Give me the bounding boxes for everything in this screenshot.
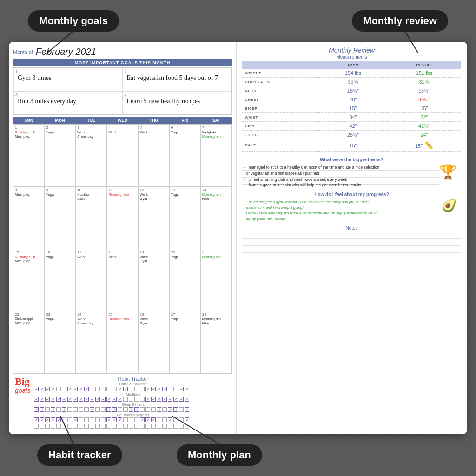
habit-check[interactable] <box>162 417 167 422</box>
habit-check[interactable]: ✓ <box>106 407 111 412</box>
habit-check[interactable]: ✓ <box>56 417 61 422</box>
habit-check[interactable]: ✓ <box>79 397 83 402</box>
habit-check[interactable] <box>56 424 61 429</box>
habit-check[interactable] <box>151 424 156 429</box>
habit-check[interactable] <box>84 417 89 422</box>
habit-check[interactable] <box>129 397 133 402</box>
habit-check[interactable]: ✓ <box>40 417 44 422</box>
habit-check[interactable] <box>79 417 83 422</box>
habit-check[interactable] <box>62 417 66 422</box>
habit-check[interactable]: ✓ <box>162 397 167 402</box>
habit-check[interactable]: ✓ <box>62 397 66 402</box>
habit-check[interactable]: ✓ <box>134 407 139 412</box>
habit-check[interactable]: ✓ <box>168 417 172 422</box>
habit-check[interactable]: ✓ <box>106 417 111 422</box>
habit-check[interactable] <box>95 417 100 422</box>
habit-check[interactable]: ✓ <box>40 397 44 402</box>
habit-check[interactable]: ✓ <box>118 397 122 402</box>
habit-check[interactable] <box>112 387 117 391</box>
habit-check[interactable]: ✓ <box>84 397 89 402</box>
habit-check[interactable] <box>157 417 161 422</box>
habit-check[interactable]: ✓ <box>45 387 50 391</box>
habit-check[interactable] <box>79 407 83 412</box>
habit-check[interactable]: ✓ <box>90 397 94 402</box>
habit-check[interactable] <box>90 424 94 429</box>
habit-check[interactable] <box>140 397 145 402</box>
habit-check[interactable] <box>129 387 133 391</box>
habit-check[interactable] <box>118 407 122 412</box>
habit-check[interactable]: ✓ <box>101 397 106 402</box>
habit-check[interactable] <box>173 387 178 391</box>
habit-check[interactable] <box>185 424 189 429</box>
habit-check[interactable]: ✓ <box>173 407 178 412</box>
habit-check[interactable]: ✓ <box>112 397 117 402</box>
habit-check[interactable]: ✓ <box>51 387 55 391</box>
habit-check[interactable]: ✓ <box>162 387 167 391</box>
habit-check[interactable] <box>101 407 106 412</box>
habit-check[interactable]: ✓ <box>51 417 55 422</box>
habit-check[interactable] <box>62 424 66 429</box>
habit-check[interactable]: ✓ <box>145 387 150 391</box>
habit-check[interactable] <box>179 407 184 412</box>
habit-check[interactable] <box>73 407 78 412</box>
habit-check[interactable]: ✓ <box>185 387 189 391</box>
habit-check[interactable] <box>145 424 150 429</box>
habit-check[interactable] <box>118 424 122 429</box>
habit-check[interactable]: ✓ <box>45 397 50 402</box>
habit-check[interactable] <box>51 424 55 429</box>
habit-check[interactable]: ✓ <box>145 397 150 402</box>
habit-check[interactable]: ✓ <box>118 387 122 391</box>
habit-check[interactable]: ✓ <box>185 407 189 412</box>
habit-check[interactable] <box>84 407 89 412</box>
habit-check[interactable] <box>106 424 111 429</box>
habit-check[interactable]: ✓ <box>34 417 39 422</box>
habit-check[interactable]: ✓ <box>185 417 189 422</box>
habit-check[interactable] <box>62 387 66 391</box>
habit-check[interactable]: ✓ <box>67 387 72 391</box>
habit-check[interactable]: ✓ <box>129 407 133 412</box>
habit-check[interactable] <box>79 424 83 429</box>
habit-check[interactable]: ✓ <box>157 397 161 402</box>
habit-check[interactable] <box>123 397 128 402</box>
habit-check[interactable] <box>162 407 167 412</box>
habit-check[interactable]: ✓ <box>151 387 156 391</box>
habit-check[interactable] <box>56 387 61 391</box>
habit-check[interactable] <box>106 387 111 391</box>
habit-check[interactable]: ✓ <box>51 407 55 412</box>
habit-check[interactable]: ✓ <box>157 407 161 412</box>
habit-check[interactable] <box>84 424 89 429</box>
habit-check[interactable]: ✓ <box>34 387 39 391</box>
habit-check[interactable]: ✓ <box>168 407 172 412</box>
habit-check[interactable]: ✓ <box>185 397 189 402</box>
habit-check[interactable]: ✓ <box>173 397 178 402</box>
habit-check[interactable]: ✓ <box>79 387 83 391</box>
habit-check[interactable]: ✓ <box>73 387 78 391</box>
habit-check[interactable] <box>45 407 50 412</box>
habit-check[interactable]: ✓ <box>179 387 184 391</box>
habit-check[interactable]: ✓ <box>34 407 39 412</box>
habit-check[interactable]: ✓ <box>40 387 44 391</box>
habit-check[interactable] <box>101 424 106 429</box>
habit-check[interactable]: ✓ <box>145 417 150 422</box>
habit-check[interactable] <box>151 407 156 412</box>
habit-check[interactable] <box>134 387 139 391</box>
habit-check[interactable] <box>112 424 117 429</box>
habit-check[interactable]: ✓ <box>84 387 89 391</box>
habit-check[interactable] <box>179 417 184 422</box>
habit-check[interactable] <box>140 387 145 391</box>
habit-check[interactable]: ✓ <box>62 407 66 412</box>
habit-check[interactable]: ✓ <box>56 397 61 402</box>
habit-check[interactable] <box>90 387 94 391</box>
habit-check[interactable] <box>129 417 133 422</box>
habit-check[interactable]: ✓ <box>73 417 78 422</box>
habit-check[interactable] <box>168 387 172 391</box>
habit-check[interactable] <box>73 424 78 429</box>
habit-check[interactable] <box>140 424 145 429</box>
habit-check[interactable]: ✓ <box>34 397 39 402</box>
habit-check[interactable]: ✓ <box>45 417 50 422</box>
habit-check[interactable]: ✓ <box>157 387 161 391</box>
habit-check[interactable] <box>101 387 106 391</box>
habit-check[interactable] <box>56 407 61 412</box>
habit-check[interactable] <box>129 424 133 429</box>
habit-check[interactable] <box>123 424 128 429</box>
